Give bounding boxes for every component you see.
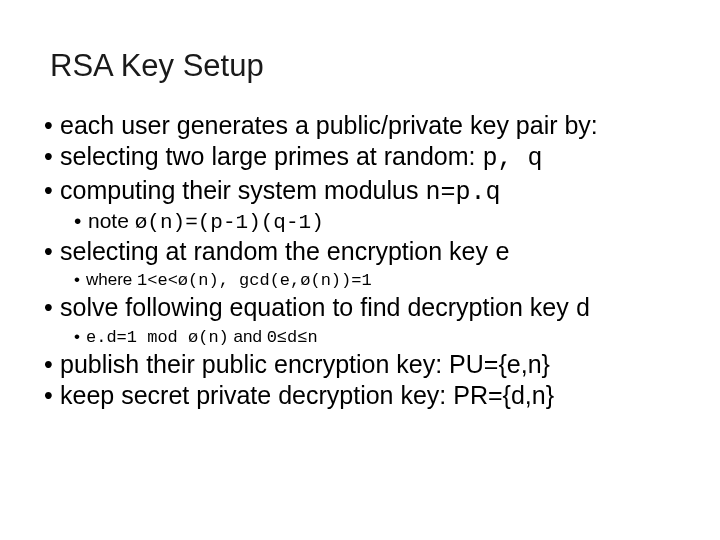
sub-bullet-item: note ø(n)=(p-1)(q-1) [74, 208, 676, 236]
sub-bullet-item: where 1<e<ø(n), gcd(e,ø(n))=1 [74, 269, 676, 292]
sub-bullet-list: note ø(n)=(p-1)(q-1) [74, 208, 676, 236]
code-text: e.d=1 mod ø(n) [86, 328, 229, 347]
bullet-item: solve following equation to find decrypt… [44, 292, 676, 348]
bullet-item: computing their system modulus n=p.q not… [44, 175, 676, 237]
bullet-text: where [86, 270, 137, 289]
bullet-item: each user generates a public/private key… [44, 110, 676, 141]
bullet-text: note [88, 209, 135, 232]
bullet-text: computing their system modulus [60, 176, 425, 204]
bullet-text: solve following equation to find decrypt… [60, 293, 576, 321]
bullet-text: selecting at random the encryption key [60, 237, 495, 265]
code-text: 0≤d≤n [267, 328, 318, 347]
bullet-list: each user generates a public/private key… [44, 110, 676, 411]
bullet-text: keep secret private decryption key: PR={… [60, 381, 554, 409]
bullet-text: and [229, 327, 267, 346]
code-text: d [576, 295, 591, 324]
slide-title: RSA Key Setup [50, 48, 676, 84]
code-text: p, q [482, 144, 542, 173]
sub-bullet-list: e.d=1 mod ø(n) and 0≤d≤n [74, 326, 676, 349]
bullet-text: each user generates a public/private key… [60, 111, 598, 139]
code-text: ø(n)=(p-1)(q-1) [135, 211, 324, 234]
bullet-item: selecting at random the encryption key e… [44, 236, 676, 292]
bullet-text: publish their public encryption key: PU=… [60, 350, 550, 378]
bullet-item: selecting two large primes at random: p,… [44, 141, 676, 174]
code-text: n=p.q [425, 178, 500, 207]
sub-bullet-item: e.d=1 mod ø(n) and 0≤d≤n [74, 326, 676, 349]
code-text: 1<e<ø(n), gcd(e,ø(n))=1 [137, 271, 372, 290]
sub-bullet-list: where 1<e<ø(n), gcd(e,ø(n))=1 [74, 269, 676, 292]
bullet-item: keep secret private decryption key: PR={… [44, 380, 676, 411]
bullet-item: publish their public encryption key: PU=… [44, 349, 676, 380]
slide: RSA Key Setup each user generates a publ… [0, 0, 720, 540]
code-text: e [495, 239, 510, 268]
bullet-text: selecting two large primes at random: [60, 142, 482, 170]
